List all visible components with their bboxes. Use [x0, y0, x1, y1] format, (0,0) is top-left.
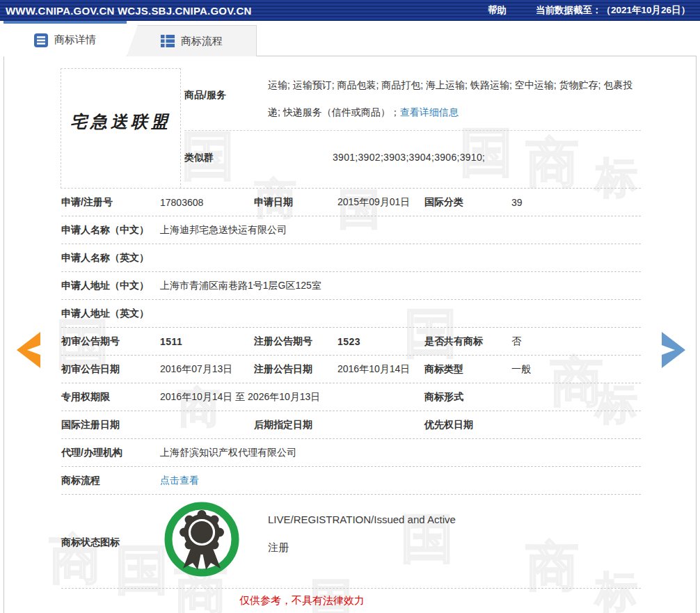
- tab-detail-label: 商标详情: [54, 33, 96, 47]
- table-row-exclusive-period: 专用权期限 2016年10月14日 至 2026年10月13日 商标形式: [61, 383, 641, 411]
- tab-trademark-process[interactable]: 商标流程: [127, 25, 257, 56]
- tm-form-label: 商标形式: [424, 391, 511, 404]
- reg-gazette-no-label: 注册公告期号: [254, 335, 337, 348]
- trademark-summary-section: 宅急送联盟 商品/服务 运输; 运输预订; 商品包装; 商品打包; 海上运输; …: [61, 56, 641, 189]
- similar-group-label: 类似群: [184, 152, 214, 164]
- address-cn-value: 上海市青浦区南巷路1号1层G区125室: [160, 280, 641, 292]
- click-to-view-link[interactable]: 点击查看: [160, 475, 641, 487]
- reg-gazette-date-value: 2016年10月14日: [337, 363, 424, 376]
- next-record-arrow[interactable]: [661, 332, 685, 368]
- app-date-value: 2015年09月01日: [337, 196, 424, 209]
- status-icon-label: 商标状态图标: [61, 536, 120, 549]
- tm-type-label: 商标类型: [424, 363, 511, 376]
- first-gazette-date-value: 2016年07月13日: [160, 363, 254, 376]
- list-grid-icon: [161, 34, 175, 48]
- status-text-cn: 注册: [268, 541, 289, 555]
- trademark-status-section: 商标状态图标 LIVE/REGISTRATION/Is: [61, 495, 641, 589]
- tab-trademark-detail[interactable]: 商标详情: [3, 21, 127, 56]
- field-rows: 申请/注册号 17803608 申请日期 2015年09月01日 国际分类 39…: [61, 189, 641, 495]
- status-text-en: LIVE/REGISTRATION/Issued and Active: [268, 514, 456, 525]
- is-shared-value: 否: [511, 335, 641, 348]
- applicant-en-label: 申请人名称（英文）: [61, 252, 160, 264]
- table-row-agency: 代理/办理机构 上海舒滨知识产权代理有限公司: [61, 439, 641, 467]
- table-row-gazette-date: 初审公告日期 2016年07月13日 注册公告日期 2016年10月14日 商标…: [61, 356, 641, 383]
- first-gazette-no-label: 初审公告期号: [61, 335, 160, 348]
- address-en-label: 申请人地址（英文）: [61, 308, 160, 320]
- app-no-value: 17803608: [160, 197, 254, 208]
- table-row-gazette-no: 初审公告期号 1511 注册公告期号 1523 是否共有商标 否: [61, 328, 641, 356]
- priority-date-label: 优先权日期: [424, 419, 511, 431]
- top-header-bar: WWW.CNIPA.GOV.CN WCJS.SBJ.CNIPA.GOV.CN 帮…: [0, 0, 700, 21]
- goods-services-value: 运输; 运输预订; 商品包装; 商品打包; 海上运输; 铁路运输; 空中运输; …: [268, 72, 644, 126]
- app-date-label: 申请日期: [254, 196, 337, 209]
- intl-class-label: 国际分类: [424, 196, 511, 209]
- document-lines-icon: [34, 33, 48, 47]
- intl-reg-date-label: 国际注册日期: [61, 419, 160, 431]
- data-cutoff-text: 当前数据截至：（2021年10月26日）: [536, 4, 690, 17]
- first-gazette-date-label: 初审公告日期: [61, 363, 160, 376]
- table-row-address-en: 申请人地址（英文）: [61, 300, 641, 328]
- trademark-image-text: 宅急送联盟: [70, 111, 171, 133]
- table-row-intl-dates: 国际注册日期 后期指定日期 优先权日期: [61, 411, 641, 439]
- exclusive-period-label: 专用权期限: [61, 391, 160, 404]
- goods-services-label: 商品/服务: [184, 89, 226, 102]
- disclaimer-text: 仅供参考，不具有法律效力: [239, 594, 365, 607]
- site-url-text: WWW.CNIPA.GOV.CN WCJS.SBJ.CNIPA.GOV.CN: [6, 5, 251, 17]
- table-row-applicant-en: 申请人名称（英文）: [61, 244, 641, 272]
- applicant-cn-value: 上海迪邦宅急送快运有限公司: [160, 224, 641, 237]
- trademark-detail-panel: 国 国 商 标 商 国 国 国 商 标 商 商 国 商 国 商 标 国 宅急送联…: [3, 56, 697, 613]
- first-gazette-no-value: 1511: [160, 336, 254, 347]
- exclusive-period-value: 2016年10月14日 至 2026年10月13日: [160, 391, 424, 404]
- help-link[interactable]: 帮助: [488, 4, 507, 17]
- tm-process-label: 商标流程: [61, 475, 160, 487]
- reg-gazette-no-value: 1523: [337, 336, 424, 347]
- is-shared-label: 是否共有商标: [424, 335, 511, 348]
- trademark-image: 宅急送联盟: [61, 68, 181, 189]
- table-row-process: 商标流程 点击查看: [61, 467, 641, 495]
- tm-type-value: 一般: [511, 363, 641, 376]
- intl-class-value: 39: [511, 197, 641, 208]
- applicant-cn-label: 申请人名称（中文）: [61, 224, 160, 237]
- similar-group-value: 3901;3902;3903;3904;3906;3910;: [333, 152, 485, 163]
- app-no-label: 申请/注册号: [61, 196, 160, 209]
- separator-line: [184, 130, 641, 131]
- agency-value: 上海舒滨知识产权代理有限公司: [160, 447, 641, 459]
- table-row-applicant-cn: 申请人名称（中文） 上海迪邦宅急送快运有限公司: [61, 216, 641, 244]
- table-row-application: 申请/注册号 17803608 申请日期 2015年09月01日 国际分类 39: [61, 189, 641, 216]
- tab-process-label: 商标流程: [181, 35, 223, 48]
- agency-label: 代理/办理机构: [61, 447, 160, 459]
- reg-gazette-date-label: 注册公告日期: [254, 363, 337, 376]
- view-detail-link[interactable]: 查看详细信息: [400, 106, 459, 118]
- address-cn-label: 申请人地址（中文）: [61, 280, 160, 292]
- table-row-address-cn: 申请人地址（中文） 上海市青浦区南巷路1号1层G区125室: [61, 272, 641, 300]
- registered-medal-icon: [162, 500, 241, 582]
- previous-record-arrow[interactable]: [17, 332, 41, 368]
- later-designation-label: 后期指定日期: [254, 419, 337, 431]
